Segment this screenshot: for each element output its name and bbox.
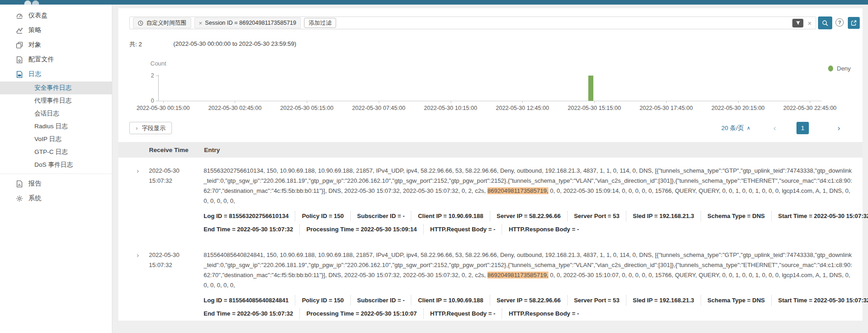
log-field-tag: Processing Time = 2022-05-30 15:10:07 [300,309,424,319]
x-axis-tick [522,101,523,103]
page-size-label: 20 条/页 [721,124,744,132]
log-field-tag: End Time = 2022-05-30 15:07:32 [204,224,300,235]
detail-tags-line-2: End Time = 2022-05-30 15:07:32Processing… [204,224,853,235]
logo [24,0,31,5]
sidebar-subitem[interactable]: Radius 日志 [0,120,112,133]
log-field-tag: Policy ID = 150 [295,211,350,221]
clear-filters-icon[interactable]: × [807,20,812,27]
gauge-icon [16,12,23,20]
sidebar-item-objects[interactable]: 对象 [0,38,112,52]
sidebar-item-reports[interactable]: 报告 [0,176,112,191]
x-axis-tick-label: 2022-05-30 15:15:00 [560,105,629,111]
chevron-right-icon[interactable]: › [137,251,139,259]
sidebar-subitem[interactable]: VoIP 日志 [0,133,112,146]
remove-filter-icon[interactable]: × [199,20,203,26]
y-axis-tick [156,76,158,76]
result-summary: 共: 2 (2022-05-30 00:00:00 to 2022-05-30 … [129,40,142,49]
log-field-tag: Policy ID = 150 [295,295,350,306]
field-display-label: 字段显示 [142,124,166,132]
next-page-button[interactable]: › [833,122,845,134]
sidebar-subitem[interactable]: GTP-C 日志 [0,146,112,158]
time-range-text: (2022-05-30 00:00:00 to 2022-05-30 23:59… [173,40,296,47]
x-axis-tick [738,101,739,103]
chart-bar-deny[interactable] [588,76,593,101]
table-body: › 2022-05-30 15:07:32 815563202756610134… [118,158,862,326]
log-icon [16,71,23,78]
row-expand-cell: › [137,166,149,235]
y-axis-tick-label: 0 [147,98,154,104]
log-field-tag: HTTP.Request Body = - [424,309,502,319]
x-axis-tick [163,101,164,103]
top-bar [0,0,868,5]
log-field-tag: Server IP = 58.22.96.66 [490,295,568,306]
sidebar-divider [0,174,112,174]
log-field-tag: HTTP.Response Body = - [502,224,585,235]
log-field-tag: Sled IP = 192.168.21.3 [626,211,701,221]
x-axis-tick-label: 2022-05-30 17:45:00 [632,105,701,111]
sidebar-item-system[interactable]: 系统 [0,191,112,206]
sidebar-item-dashboard[interactable]: 仪表盘 [0,8,112,23]
page-size-selector[interactable]: 20 条/页 ∧ [721,122,751,134]
log-field-tag: Log ID = 815564085640824841 [204,295,295,306]
filter-funnel-icon[interactable] [792,19,803,27]
entry-cell: 815563202756610134, 150, 10.90.69.188, 1… [204,166,853,235]
sidebar-item-logs[interactable]: 日志 [0,67,112,82]
prev-page-button[interactable]: ‹ [768,122,781,134]
add-filter-button[interactable]: 添加过滤 [304,18,336,28]
x-axis-line [158,101,822,101]
search-button[interactable] [818,16,832,29]
column-receive-time: Receive Time [149,147,204,153]
time-range-filter-tag[interactable]: 自定义时间范围 [133,17,191,28]
sidebar-item-policy[interactable]: 策略 [0,23,112,38]
receive-time-cell: 2022-05-30 15:07:32 [149,166,204,235]
log-field-tag: Start Time = 2022-05-30 15:07:32 [772,295,868,306]
x-axis-tick-label: 2022-05-30 05:15:00 [272,105,341,111]
sidebar-subitem[interactable]: DoS 事件日志 [0,158,112,171]
log-field-tag: Subscriber ID = - [351,211,412,221]
x-axis-tick-label: 2022-05-30 22:45:00 [775,105,844,111]
log-field-tag: Sled IP = 192.168.21.3 [626,295,701,306]
clock-icon [138,20,144,26]
field-display-button[interactable]: › 字段显示 [129,122,172,134]
sidebar-subitem[interactable]: 安全事件日志 [0,82,112,94]
sidebar-item-label: 报告 [28,180,41,188]
sidebar-item-label: 对象 [28,41,41,49]
receive-time-cell: 2022-05-30 15:07:32 [149,250,204,319]
x-axis-tick-label: 2022-05-30 20:15:00 [704,105,773,111]
sidebar-subitem[interactable]: 会话日志 [0,107,112,120]
receive-time: 15:07:32 [149,260,204,270]
sidebar-item-profiles[interactable]: 配置文件 [0,52,112,67]
log-field-tag: Schema Type = DNS [701,211,772,221]
export-icon[interactable] [848,17,860,29]
log-entry-text: 815563202756610134, 150, 10.90.69.188, 1… [204,166,853,206]
y-axis-line [158,75,159,101]
receive-date: 2022-05-30 [149,166,204,176]
legend-deny[interactable]: Deny [828,65,851,72]
y-axis-title: Count [150,60,166,67]
current-page-button[interactable]: 1 [796,122,809,134]
profile-icon [16,56,23,64]
detail-tags-line-1: Log ID = 815564085640824841Policy ID = 1… [204,295,853,306]
log-field-tag: Log ID = 815563202756610134 [204,211,295,221]
sidebar-nav-bottom: 报告系统 [0,176,112,206]
detail-tags-line-2: End Time = 2022-05-30 15:07:32Processing… [204,309,853,319]
policy-icon [16,27,23,34]
x-axis-tick-label: 2022-05-30 10:15:00 [416,105,485,111]
help-icon[interactable]: ? [835,18,844,27]
sidebar-item-label: 系统 [28,194,41,202]
chevron-up-icon: ∧ [747,125,751,131]
log-field-tag: Server IP = 58.22.96.66 [490,211,568,221]
log-field-tag: Processing Time = 2022-05-30 15:09:14 [300,224,424,235]
x-axis-tick [666,101,667,103]
table-row: › 2022-05-30 15:07:32 815563202756610134… [118,158,862,242]
chevron-right-icon[interactable]: › [137,167,139,175]
content-card: 自定义时间范围 × Session ID = 86920498117358571… [118,8,862,321]
y-axis-tick [156,101,158,101]
x-axis-tick [810,101,810,103]
log-field-tag: HTTP.Request Body = - [424,224,502,235]
search-icon [822,20,829,27]
log-field-tag: Client IP = 10.90.69.188 [411,211,490,221]
sidebar-subitem[interactable]: 代理事件日志 [0,94,112,107]
x-axis-tick [594,101,595,103]
log-field-tag: End Time = 2022-05-30 15:07:32 [204,309,300,319]
